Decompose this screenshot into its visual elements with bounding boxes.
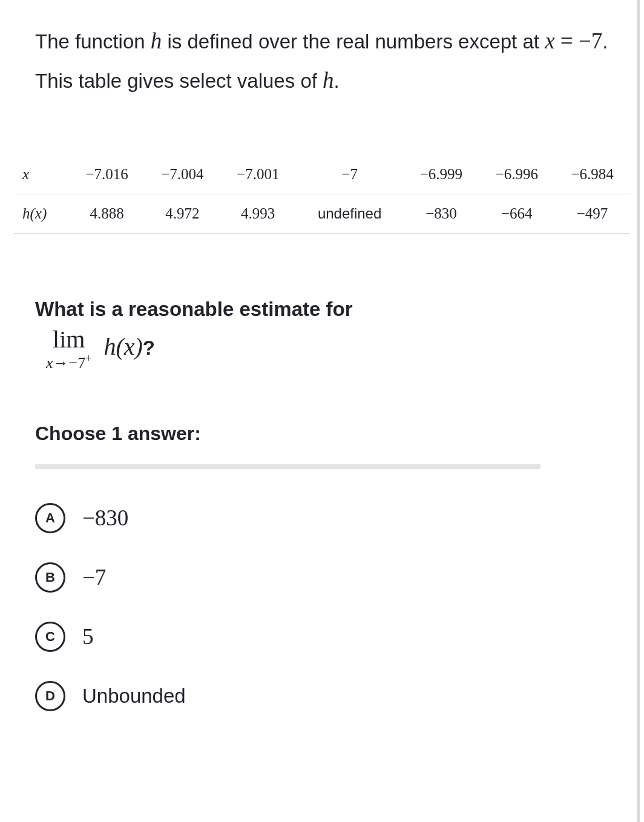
choice-letter-a: A: [35, 503, 65, 533]
row-header-x: x: [14, 155, 69, 194]
cell-undefined: undefined: [296, 194, 404, 233]
choice-text-d: Unbounded: [82, 685, 186, 708]
cell: −6.984: [554, 155, 630, 194]
cell: 4.993: [220, 194, 296, 233]
choice-letter-d: D: [35, 681, 65, 711]
eq-sign: =: [555, 28, 579, 53]
table-row: h(x) 4.888 4.972 4.993 undefined −830 −6…: [14, 194, 630, 233]
choice-text-c: 5: [82, 623, 94, 649]
lim-operator: lim x→−7+: [46, 327, 91, 371]
values-table: x −7.016 −7.004 −7.001 −7 −6.999 −6.996 …: [14, 155, 630, 234]
lim-text: lim: [53, 326, 85, 353]
cell: −6.999: [404, 155, 479, 194]
right-scroll-edge: [637, 0, 640, 822]
choice-letter-c: C: [35, 622, 65, 652]
table-row: x −7.016 −7.004 −7.001 −7 −6.999 −6.996 …: [14, 155, 630, 194]
cell: 4.888: [69, 194, 145, 233]
lim-subscript: x→−7+: [46, 353, 91, 371]
choice-a[interactable]: A −830: [35, 488, 609, 548]
limit-expression: lim x→−7+ h(x)?: [46, 327, 155, 371]
problem-content: The function h is defined over the real …: [0, 0, 644, 726]
val-neg7: −7: [579, 28, 602, 53]
question-line1: What is a reasonable estimate for: [35, 294, 609, 324]
cell: −7.016: [69, 155, 145, 194]
sub-x: x: [46, 354, 53, 372]
cell: −497: [554, 194, 630, 233]
problem-intro: The function h is defined over the real …: [35, 22, 609, 100]
choice-b[interactable]: B −7: [35, 548, 609, 607]
cell: −830: [404, 194, 479, 233]
question-mark: ?: [143, 337, 155, 359]
choice-c[interactable]: C 5: [35, 607, 609, 666]
choice-d[interactable]: D Unbounded: [35, 666, 609, 726]
sub-arrow: →: [53, 354, 69, 372]
cell: −664: [479, 194, 554, 233]
intro-text: .: [334, 70, 340, 92]
var-x: x: [545, 28, 554, 53]
choice-letter-b: B: [35, 562, 65, 593]
lim-hx: h(x): [104, 333, 142, 360]
sub-sup-plus: +: [85, 352, 91, 364]
cell: −6.996: [479, 155, 554, 194]
row-header-hx: h(x): [14, 194, 69, 233]
choice-text-b: −7: [82, 564, 106, 590]
cell: −7: [296, 155, 404, 194]
choose-label: Choose 1 answer:: [35, 423, 609, 445]
answer-choices: A −830 B −7 C 5 D Unbounded: [35, 488, 609, 726]
choice-text-a: −830: [82, 505, 128, 531]
var-h: h: [151, 28, 162, 53]
cell: −7.001: [220, 155, 296, 194]
cell: 4.972: [145, 194, 220, 233]
question-prompt: What is a reasonable estimate for lim x→…: [35, 294, 609, 371]
var-h: h: [323, 68, 334, 93]
intro-text: is defined over the real numbers except …: [162, 30, 545, 53]
intro-text: The function: [35, 30, 151, 53]
cell: −7.004: [145, 155, 220, 194]
divider: [35, 464, 540, 469]
sub-val: −7: [69, 354, 86, 372]
